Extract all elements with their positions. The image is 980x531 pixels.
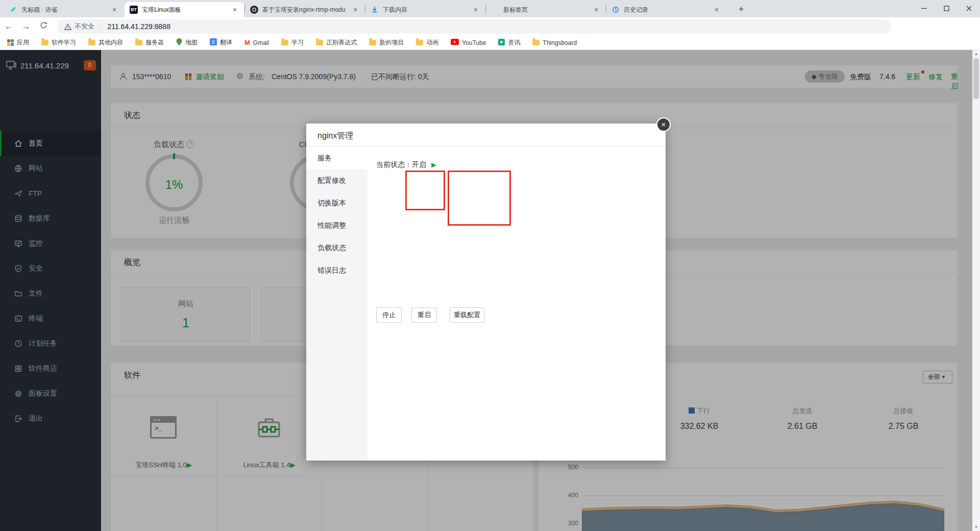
window-close-button[interactable] [958,0,980,17]
modal-close-icon[interactable]: × [656,117,671,132]
svg-text:文: 文 [211,40,215,44]
tab-downloads[interactable]: 下载内容 × [365,2,485,17]
modal-title: nginx管理 [317,131,353,141]
bookmark-gmail[interactable]: MGmail [244,39,269,46]
bt-favicon: BT [130,6,138,14]
news-icon [498,39,505,47]
forward-icon[interactable]: → [17,21,35,32]
folder-icon [88,40,95,45]
article-favicon [250,6,258,14]
reload-config-button[interactable]: 重载配置 [450,307,484,323]
modal-header: nginx管理 [306,124,666,147]
modal-tab-config[interactable]: 配置修改 [306,169,368,191]
bookmark-folder[interactable]: 其他内容 [88,38,123,47]
new-tab-button[interactable]: + [734,3,748,17]
bookmark-youtube[interactable]: YouTube [451,39,486,46]
tab-title: 新标签页 [503,6,588,14]
current-status-line: 当前状态：开启 ▶ [376,160,436,170]
bookmark-folder[interactable]: 动画 [416,38,438,47]
bookmark-folder[interactable]: 软件学习 [41,38,76,47]
security-warning-icon [64,23,71,30]
download-favicon [371,6,379,14]
tab-title: 宝塔Linux面板 [142,6,227,14]
modal-tab-performance[interactable]: 性能调整 [306,214,368,236]
apps-grid-icon [7,39,14,46]
translate-icon: 文 [210,38,217,47]
browser-tab-bar: 无标题 · 语雀 × BT 宝塔Linux面板 × 基于宝塔安装nginx-rt… [0,0,980,17]
folder-icon [281,40,288,45]
tab-title: 历史记录 [624,6,708,14]
modal-tab-error-log[interactable]: 错误日志 [306,259,368,281]
annotation-box-restart [405,171,445,210]
bookmark-folder[interactable]: 服务器 [135,38,164,47]
bookmark-maps[interactable]: 地图 [176,38,198,47]
tab-close-icon[interactable]: × [472,6,480,14]
youtube-icon [451,39,459,46]
modal-tab-load-status[interactable]: 负载状态 [306,236,368,259]
scroll-up-icon[interactable]: ▲ [972,52,980,56]
tab-new-tab[interactable]: 新标签页 × [486,2,605,17]
folder-icon [416,40,423,45]
tab-history[interactable]: 历史记录 × [606,2,726,17]
modal-tab-switch-version[interactable]: 切换版本 [306,191,368,214]
folder-icon [135,40,142,45]
window-minimize-button[interactable] [913,0,935,17]
page-scrollbar[interactable]: ▲ ▼ [972,50,980,531]
tab-bt-panel[interactable]: BT 宝塔Linux面板 × [125,2,244,17]
bookmark-news[interactable]: 资讯 [498,38,520,47]
bookmarks-bar: 应用 软件学习 其他内容 服务器 地图 文翻译 MGmail 学习 正则表达式 … [0,36,980,50]
browser-address-bar: ← → 不安全 | 211.64.41.229:8888 ☆ T ⋮ [0,17,980,36]
gmail-icon: M [244,39,250,46]
yuque-favicon [9,6,17,14]
restart-button[interactable]: 重启 [411,307,437,323]
bookmark-translate[interactable]: 文翻译 [210,38,232,47]
current-status-label: 当前状态： [376,160,412,168]
scroll-down-icon[interactable]: ▼ [972,525,980,529]
tab-title: 无标题 · 语雀 [21,6,106,14]
tab-close-icon[interactable]: × [351,6,359,14]
bookmark-folder[interactable]: 新的项目 [369,38,404,47]
bookmark-folder[interactable]: Thingsboard [532,39,577,46]
stop-button[interactable]: 停止 [376,307,402,323]
bookmark-apps[interactable]: 应用 [7,38,29,47]
folder-icon [532,40,540,45]
map-pin-icon [176,38,182,47]
current-status-value: 开启 [412,160,426,168]
scrollbar-thumb[interactable] [973,58,979,99]
back-icon[interactable]: ← [0,21,17,32]
tab-yuque[interactable]: 无标题 · 语雀 × [4,2,124,17]
bookmark-folder[interactable]: 正则表达式 [316,38,357,47]
screen: 无标题 · 语雀 × BT 宝塔Linux面板 × 基于宝塔安装nginx-rt… [0,0,980,531]
tab-nginx-article[interactable]: 基于宝塔安装nginx-rtmp-modu × [245,2,364,17]
window-maximize-button[interactable] [935,0,958,17]
tab-title: 基于宝塔安装nginx-rtmp-modu [262,6,347,14]
folder-icon [316,40,323,45]
url-bar[interactable]: 不安全 | 211.64.41.229:8888 [57,19,891,34]
tab-close-icon[interactable]: × [592,6,600,14]
tab-close-icon[interactable]: × [713,6,721,14]
annotation-box-reload [448,171,511,226]
tab-close-icon[interactable]: × [231,6,239,14]
folder-icon [41,40,48,45]
tab-close-icon[interactable]: × [110,6,118,14]
refresh-icon[interactable] [35,21,52,32]
bookmark-folder[interactable]: 学习 [281,38,304,47]
modal-tab-service[interactable]: 服务 [306,147,368,169]
blank-favicon [491,6,499,14]
history-favicon [611,6,620,14]
security-label[interactable]: 不安全 [75,22,94,31]
url-text[interactable]: 211.64.41.229:8888 [107,22,170,31]
running-play-icon: ▶ [431,161,436,168]
folder-icon [369,40,376,45]
tab-title: 下载内容 [383,6,468,14]
